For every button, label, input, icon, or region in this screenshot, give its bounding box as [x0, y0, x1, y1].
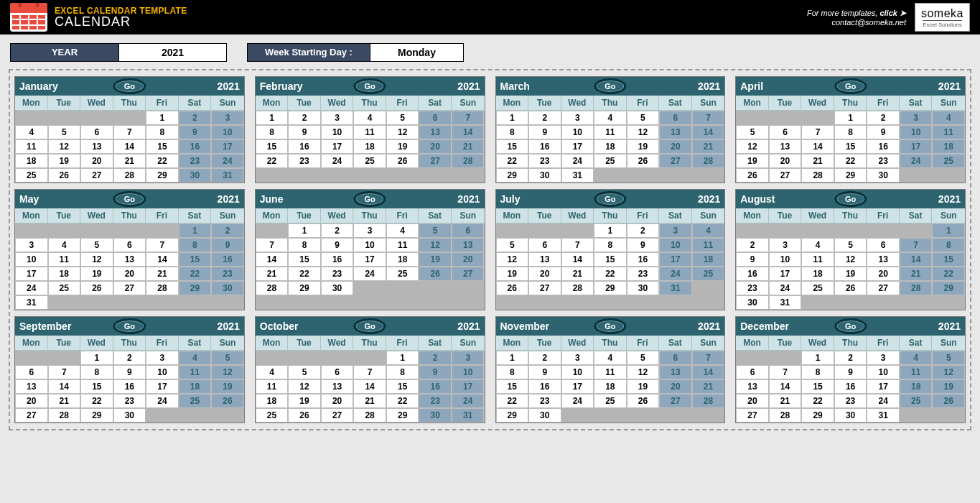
dow-label: Wed	[321, 208, 354, 223]
go-button[interactable]: Go	[113, 191, 146, 207]
day-cell: 29	[386, 408, 419, 423]
year-value[interactable]: 2021	[118, 44, 226, 61]
month-name: October	[260, 320, 299, 332]
dow-row: MonTueWedThuFriSatSun	[496, 96, 725, 111]
day-cell: 4	[353, 111, 386, 125]
dow-label: Thu	[594, 96, 627, 111]
go-button[interactable]: Go	[353, 78, 386, 94]
go-button[interactable]: Go	[594, 318, 626, 334]
go-button[interactable]: Go	[594, 191, 626, 207]
day-cell: 2	[211, 223, 244, 238]
day-cell: 19	[80, 267, 113, 281]
day-cell: 19	[211, 379, 244, 394]
dow-label: Fri	[386, 96, 419, 111]
blank-cell	[256, 223, 289, 238]
month-year: 2021	[457, 193, 480, 205]
month-name: March	[500, 80, 530, 92]
day-cell: 3	[900, 111, 933, 125]
go-button[interactable]: Go	[113, 78, 146, 94]
day-cell: 9	[867, 125, 900, 139]
day-cell: 25	[692, 267, 725, 281]
day-cell: 7	[561, 238, 594, 252]
day-cell: 1	[146, 111, 179, 125]
dow-label: Fri	[386, 208, 419, 223]
day-cell: 19	[736, 154, 769, 168]
day-cell: 31	[867, 408, 900, 423]
dow-label: Tue	[288, 208, 321, 223]
day-cell: 29	[146, 168, 179, 183]
blank-cell	[48, 111, 81, 125]
dow-label: Sat	[900, 96, 933, 111]
dow-label: Tue	[769, 208, 802, 223]
go-button[interactable]: Go	[353, 318, 386, 334]
dow-label: Sat	[900, 208, 933, 223]
day-cell: 25	[594, 394, 627, 408]
blank-cell	[113, 111, 146, 125]
day-cell: 26	[48, 168, 81, 183]
day-cell: 10	[211, 125, 244, 139]
month-april: AprilGo2021MonTueWedThuFriSatSun12345678…	[735, 76, 966, 183]
day-cell: 12	[48, 139, 81, 154]
month-name: September	[19, 320, 71, 332]
day-cell: 21	[900, 267, 933, 281]
day-cell: 6	[15, 365, 48, 379]
blank-cell	[769, 111, 802, 125]
blank-cell	[353, 351, 386, 365]
day-cell: 28	[146, 281, 179, 295]
day-cell: 13	[80, 139, 113, 154]
day-cell: 9	[736, 252, 769, 267]
dow-label: Tue	[769, 336, 802, 351]
day-cell: 8	[80, 365, 113, 379]
day-cell: 28	[48, 408, 81, 423]
month-header: JulyGo2021	[496, 190, 725, 208]
dow-label: Thu	[113, 208, 146, 223]
day-cell: 20	[736, 394, 769, 408]
day-cell: 2	[288, 111, 321, 125]
blank-cell	[452, 281, 485, 295]
day-cell: 5	[736, 125, 769, 139]
year-label: YEAR	[11, 44, 118, 61]
month-august: AugustGo2021MonTueWedThuFriSatSun1234567…	[735, 189, 966, 310]
go-button[interactable]: Go	[834, 318, 867, 334]
day-cell: 3	[867, 351, 900, 365]
day-cell: 4	[801, 238, 834, 252]
go-button[interactable]: Go	[834, 191, 867, 207]
month-name: February	[260, 80, 303, 92]
day-grid: 1234567891011121314151617181920212223242…	[496, 351, 725, 423]
header-bar: EXCEL CALENDAR TEMPLATE CALENDAR For mor…	[0, 0, 980, 34]
go-button[interactable]: Go	[353, 191, 386, 207]
dow-label: Thu	[834, 96, 867, 111]
day-cell: 17	[321, 139, 354, 154]
blank-cell	[146, 408, 179, 423]
week-start-value[interactable]: Monday	[370, 44, 463, 61]
day-cell: 15	[146, 139, 179, 154]
day-cell: 27	[528, 281, 561, 295]
day-cell: 16	[736, 267, 769, 281]
day-cell: 28	[900, 281, 933, 295]
day-cell: 23	[288, 154, 321, 168]
someka-logo[interactable]: someka Excel Solutions	[915, 3, 970, 32]
day-cell: 6	[80, 125, 113, 139]
day-cell: 29	[594, 281, 627, 295]
dow-label: Sat	[179, 96, 212, 111]
day-cell: 10	[769, 252, 802, 267]
day-cell: 12	[211, 365, 244, 379]
dow-label: Tue	[528, 336, 561, 351]
blank-cell	[353, 168, 386, 183]
day-cell: 23	[528, 394, 561, 408]
month-june: JuneGo2021MonTueWedThuFriSatSun123456789…	[255, 189, 485, 310]
dow-row: MonTueWedThuFriSatSun	[736, 336, 965, 351]
day-cell: 15	[288, 252, 321, 267]
go-button[interactable]: Go	[594, 78, 626, 94]
go-button[interactable]: Go	[113, 318, 146, 334]
month-year: 2021	[218, 80, 240, 92]
blank-cell	[801, 111, 834, 125]
dow-label: Wed	[80, 208, 113, 223]
day-cell: 20	[659, 139, 692, 154]
go-button[interactable]: Go	[834, 78, 867, 94]
day-cell: 4	[594, 111, 627, 125]
month-july: JulyGo2021MonTueWedThuFriSatSun123456789…	[495, 189, 726, 310]
day-cell: 21	[146, 267, 179, 281]
dow-label: Sat	[659, 336, 692, 351]
day-cell: 24	[211, 154, 244, 168]
